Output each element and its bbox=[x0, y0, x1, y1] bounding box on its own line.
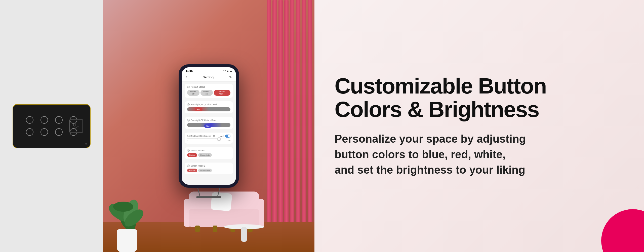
restart-status-text: Restart Status bbox=[191, 86, 205, 88]
side-table bbox=[224, 224, 264, 244]
slat-8 bbox=[308, 0, 312, 252]
phone-content: i Restart Status Power-off Power-on Rest… bbox=[182, 82, 236, 185]
status-icons: ●● ▲ ▬ bbox=[223, 70, 232, 72]
backlight-off-label: i Backlight Off Color · Blue bbox=[187, 119, 230, 121]
leaf-5 bbox=[113, 202, 133, 212]
setting-button-mode-1: i Button Mode 1 Bistate Monostate bbox=[185, 147, 233, 159]
switch-btn-2 bbox=[41, 116, 48, 124]
slider-labels: 0 100 bbox=[187, 140, 230, 142]
monostate-btn-2[interactable]: Monostate bbox=[198, 169, 212, 172]
outlet-slot-right bbox=[77, 123, 79, 126]
right-panel: Customizable ButtonColors & Brightness P… bbox=[314, 0, 644, 252]
center-panel: 11:15 ●● ▲ ▬ ‹ Setting ✎ bbox=[103, 0, 314, 252]
info-icon-6: i bbox=[187, 165, 190, 167]
slat-4 bbox=[284, 0, 289, 252]
toggle-track[interactable] bbox=[225, 135, 230, 138]
backlight-on-text: Backlight_On_Color · Red bbox=[191, 103, 217, 106]
switch-device: ⌂ bbox=[13, 104, 91, 148]
outlet-slot-left bbox=[73, 123, 75, 126]
backlight-on-label: i Backlight_On_Color · Red bbox=[187, 103, 230, 106]
header-title: Setting bbox=[203, 75, 214, 79]
left-panel: ⌂ bbox=[0, 0, 103, 252]
restart-mem-btn[interactable]: Restart Mem... bbox=[214, 90, 230, 96]
plant bbox=[111, 171, 143, 252]
button-mode-2-text: Button Mode 2 bbox=[191, 165, 206, 167]
status-time: 11:15 bbox=[186, 69, 193, 72]
sofa-leg-2 bbox=[213, 226, 217, 232]
main-headline: Customizable ButtonColors & Brightness bbox=[335, 74, 624, 121]
power-off-btn[interactable]: Power-off bbox=[187, 90, 199, 96]
button-mode-1-label: i Button Mode 1 bbox=[187, 149, 230, 152]
signal-icon: ●● bbox=[223, 70, 226, 72]
phone-screen: 11:15 ●● ▲ ▬ ‹ Setting ✎ bbox=[182, 67, 236, 185]
sub-headline: Personalize your space by adjusting butt… bbox=[335, 131, 599, 178]
restart-buttons: Power-off Power-on Restart Mem... bbox=[187, 90, 230, 96]
red-option: Red bbox=[195, 108, 203, 111]
info-icon: i bbox=[187, 86, 190, 88]
setting-brightness: i Backlight Brightness · 76 ALS bbox=[185, 133, 233, 144]
power-on-btn[interactable]: Power-on bbox=[200, 90, 213, 96]
switch-btn-5 bbox=[26, 128, 33, 136]
mode-1-buttons: Bistate Monostate bbox=[187, 153, 230, 157]
info-icon-4: i bbox=[187, 135, 190, 137]
bistate-btn-2[interactable]: Bistate bbox=[187, 169, 197, 172]
blue-option: Blue bbox=[204, 124, 212, 128]
slat-1 bbox=[267, 0, 271, 252]
switch-btn-6 bbox=[41, 128, 48, 136]
battery-icon: ▬ bbox=[230, 70, 232, 72]
brightness-label: i Backlight Brightness · 76 bbox=[187, 135, 215, 137]
brightness-label-row: i Backlight Brightness · 76 ALS bbox=[187, 135, 230, 138]
bistate-btn-1[interactable]: Bistate bbox=[187, 153, 197, 157]
slider-max: 100 bbox=[227, 140, 230, 142]
switch-btn-1 bbox=[26, 116, 33, 124]
red-color-strip[interactable]: Red bbox=[187, 107, 230, 111]
table-leg bbox=[241, 227, 247, 242]
switch-row-top bbox=[26, 116, 77, 124]
info-icon-3: i bbox=[187, 119, 190, 121]
slider-min: 0 bbox=[187, 140, 188, 142]
als-toggle[interactable]: ALS bbox=[220, 135, 230, 138]
plant-leaves bbox=[112, 176, 142, 232]
button-mode-2-label: i Button Mode 2 bbox=[187, 165, 230, 167]
outlet-ground bbox=[75, 127, 77, 129]
restart-status-label: i Restart Status bbox=[187, 86, 230, 88]
slat-5 bbox=[290, 0, 294, 252]
phone-container: 11:15 ●● ▲ ▬ ‹ Setting ✎ bbox=[179, 64, 239, 188]
switch-outlet bbox=[69, 119, 83, 133]
switch-btn-3 bbox=[55, 116, 63, 124]
blue-color-strip[interactable]: Blue bbox=[187, 123, 230, 127]
toggle-thumb bbox=[228, 135, 230, 137]
home-icon: ⌂ bbox=[85, 142, 87, 146]
info-icon-5: i bbox=[187, 149, 190, 152]
edit-button[interactable]: ✎ bbox=[229, 75, 232, 79]
status-bar: 11:15 ●● ▲ ▬ bbox=[182, 67, 236, 73]
als-label: ALS bbox=[220, 135, 224, 137]
monostate-btn-1[interactable]: Monostate bbox=[198, 153, 212, 157]
mode-2-buttons: Bistate Monostate bbox=[187, 169, 230, 172]
slat-2 bbox=[272, 0, 277, 252]
switch-btn-7 bbox=[55, 128, 63, 136]
phone-stand bbox=[196, 187, 221, 198]
wifi-icon: ▲ bbox=[227, 70, 229, 72]
slat-7 bbox=[302, 0, 306, 252]
slider-fill bbox=[187, 139, 218, 139]
back-button[interactable]: ‹ bbox=[186, 75, 187, 79]
setting-backlight-off-color: i Backlight Off Color · Blue Blue bbox=[185, 117, 233, 129]
slat-6 bbox=[296, 0, 300, 252]
setting-restart-status: i Restart Status Power-off Power-on Rest… bbox=[185, 84, 233, 98]
setting-button-mode-2: i Button Mode 2 Bistate Monostate bbox=[185, 163, 233, 174]
brightness-slider[interactable] bbox=[187, 139, 230, 139]
brightness-text: Backlight Brightness · 76 bbox=[190, 135, 215, 137]
phone-header: ‹ Setting ✎ bbox=[182, 73, 236, 82]
wall-slats bbox=[264, 0, 314, 252]
slat-3 bbox=[278, 0, 283, 252]
setting-backlight-on-color: i Backlight_On_Color · Red Red bbox=[185, 101, 233, 113]
info-icon-2: i bbox=[187, 103, 190, 106]
phone: 11:15 ●● ▲ ▬ ‹ Setting ✎ bbox=[179, 64, 239, 188]
sofa-leg-1 bbox=[195, 226, 200, 232]
backlight-off-text: Backlight Off Color · Blue bbox=[191, 119, 216, 121]
button-mode-1-text: Button Mode 1 bbox=[191, 149, 206, 152]
plant-pot bbox=[117, 229, 137, 252]
stand-base bbox=[196, 196, 221, 198]
